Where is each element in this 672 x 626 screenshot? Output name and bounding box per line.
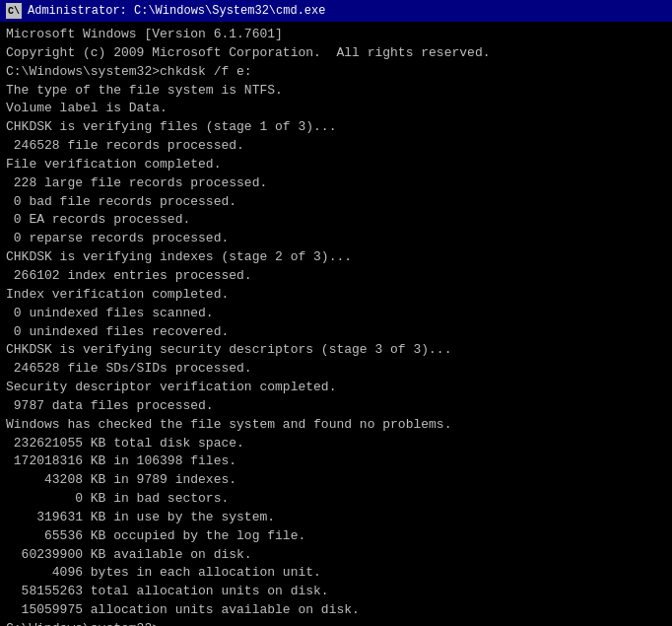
console-line: Microsoft Windows [Version 6.1.7601]	[6, 26, 666, 44]
console-line: CHKDSK is verifying files (stage 1 of 3)…	[6, 118, 666, 137]
console-line: CHKDSK is verifying indexes (stage 2 of …	[6, 248, 666, 267]
console-line: Copyright (c) 2009 Microsoft Corporation…	[6, 44, 666, 63]
console-line: 319631 KB in use by the system.	[6, 509, 666, 527]
console-line: Security descriptor verification complet…	[6, 379, 666, 397]
console-line: 0 unindexed files scanned.	[6, 305, 666, 323]
console-line: 65536 KB occupied by the log file.	[6, 527, 666, 546]
console-line: Windows has checked the file system and …	[6, 416, 666, 435]
title-bar: C\ Administrator: C:\Windows\System32\cm…	[0, 0, 672, 22]
console-line: Index verification completed.	[6, 286, 666, 305]
console-line: 0 bad file records processed.	[6, 193, 666, 212]
console-line: 246528 file records processed.	[6, 137, 666, 156]
console-line: CHKDSK is verifying security descriptors…	[6, 341, 666, 360]
window-title: Administrator: C:\Windows\System32\cmd.e…	[28, 4, 666, 18]
console-line: 0 EA records processed.	[6, 211, 666, 230]
console-line: The type of the file system is NTFS.	[6, 82, 666, 101]
console-line: 228 large file records processed.	[6, 174, 666, 193]
console-line: 58155263 total allocation units on disk.	[6, 583, 666, 601]
console-line: 0 unindexed files recovered.	[6, 323, 666, 342]
console-line: C:\Windows\system32>	[6, 620, 666, 626]
window-icon: C\	[6, 3, 22, 19]
console-line: 0 reparse records processed.	[6, 230, 666, 248]
console-line: 0 KB in bad sectors.	[6, 490, 666, 509]
console-line: 232621055 KB total disk space.	[6, 435, 666, 453]
console-line: 9787 data files processed.	[6, 397, 666, 416]
console-line: 266102 index entries processed.	[6, 267, 666, 286]
console-line: 172018316 KB in 106398 files.	[6, 452, 666, 471]
console-output: Microsoft Windows [Version 6.1.7601]Copy…	[0, 22, 672, 626]
console-line: File verification completed.	[6, 156, 666, 174]
console-line: 246528 file SDs/SIDs processed.	[6, 360, 666, 379]
console-line: C:\Windows\system32>chkdsk /f e:	[6, 63, 666, 82]
console-line: Volume label is Data.	[6, 100, 666, 118]
console-line: 43208 KB in 9789 indexes.	[6, 471, 666, 490]
console-line: 60239900 KB available on disk.	[6, 546, 666, 565]
console-line: 4096 bytes in each allocation unit.	[6, 564, 666, 583]
console-line: 15059975 allocation units available on d…	[6, 601, 666, 620]
